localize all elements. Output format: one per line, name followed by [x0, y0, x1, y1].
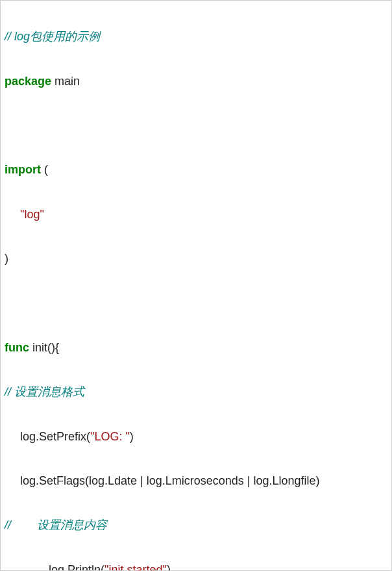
code-text: log.SetFlags(log.Ldate | log.Lmicrosecon…	[20, 474, 320, 487]
code-text: log.Println(	[49, 563, 104, 571]
code-text: main	[51, 75, 80, 88]
comment: // log包使用的示例	[5, 30, 100, 43]
keyword: package	[5, 75, 51, 88]
code-line: log.SetFlags(log.Ldate | log.Lmicrosecon…	[5, 470, 387, 492]
blank-line	[5, 292, 387, 314]
keyword: func	[5, 341, 29, 354]
string-literal: "log"	[20, 208, 44, 221]
code-line: "log"	[5, 203, 387, 225]
code-line: // log包使用的示例	[5, 25, 387, 47]
code-text: (	[41, 163, 48, 176]
code-line: )	[5, 247, 387, 270]
blank-line	[5, 114, 387, 136]
code-text: )	[5, 252, 8, 265]
code-text: )	[130, 430, 134, 443]
string-literal: "init started"	[104, 563, 167, 571]
code-line: // 设置消息内容	[5, 514, 387, 536]
code-text: )	[167, 563, 171, 571]
string-literal: "LOG: "	[90, 430, 130, 443]
comment: // 设置消息内容	[5, 518, 107, 531]
code-text: init(){	[29, 341, 59, 354]
code-line: log.Println("init started")	[5, 559, 387, 571]
code-block: // log包使用的示例 package main import ( "log"…	[5, 3, 387, 571]
keyword: import	[5, 163, 41, 176]
code-line: log.SetPrefix("LOG: ")	[5, 425, 387, 448]
code-line: func init(){	[5, 336, 387, 359]
code-line: // 设置消息格式	[5, 381, 387, 403]
code-line: import (	[5, 159, 387, 181]
comment: // 设置消息格式	[5, 385, 84, 398]
code-line: package main	[5, 70, 387, 92]
code-text: log.SetPrefix(	[20, 430, 90, 443]
